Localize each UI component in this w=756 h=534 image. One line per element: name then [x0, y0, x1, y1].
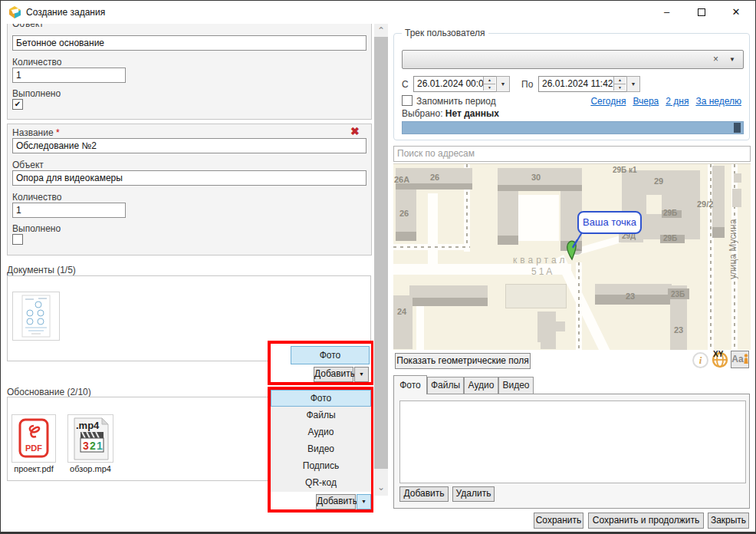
svg-text:3: 3 [83, 440, 89, 452]
add-justification-button[interactable]: Добавить [316, 494, 356, 509]
file-name-mp4: обзор.mp4 [65, 464, 116, 473]
map-building [541, 342, 556, 349]
spin-down-icon[interactable]: ▼ [483, 84, 495, 91]
tab-video[interactable]: Видео [498, 377, 534, 394]
quantity-input-2[interactable]: 1 [12, 203, 126, 218]
add-justification-dropdown[interactable]: ▼ [357, 494, 371, 509]
chevron-down-icon: ▼ [359, 371, 364, 377]
map-courtyard [646, 195, 662, 214]
spin-up-icon[interactable]: ▲ [613, 77, 626, 84]
user-track-group: Трек пользователя × ▼ С 26.01.2024 00:00… [393, 33, 750, 140]
date-from-label: С [402, 79, 409, 90]
menu-item-video[interactable]: Видео [271, 440, 371, 457]
xy-globe-button[interactable]: XY [711, 350, 729, 368]
map-label-kvartal: квартал [513, 255, 568, 265]
track-slider[interactable] [402, 121, 744, 134]
object-label-2: Объект [12, 160, 44, 170]
map-street-label: улица Мусина [728, 206, 738, 279]
date-from-dropdown[interactable]: ▼ [496, 76, 510, 92]
chevron-down-icon: ▼ [361, 499, 366, 504]
scroll-thumb[interactable] [374, 37, 388, 469]
track-slider-handle[interactable] [734, 123, 741, 133]
map-building [409, 298, 488, 306]
map-building [393, 295, 413, 349]
add-documents-dropdown[interactable]: ▼ [354, 367, 369, 382]
maximize-icon [698, 8, 705, 16]
file-tile-pdf[interactable]: PDF [12, 414, 56, 463]
highlight-rectangle-1: Фото Добавить ▼ [268, 341, 373, 385]
minimize-icon: – [664, 6, 669, 18]
scroll-up-button[interactable]: ⌃ [374, 25, 388, 36]
panel-scrollbar[interactable]: ⌃ ⌄ [374, 24, 388, 496]
map-building [712, 227, 725, 238]
menu-item-audio[interactable]: Аудио [271, 424, 371, 440]
link-today[interactable]: Сегодня [590, 96, 626, 107]
justification-label: Обоснование (2/10) [7, 387, 91, 397]
minimize-button[interactable]: – [649, 1, 684, 24]
task-name-input[interactable]: Обследование №2 [12, 138, 366, 153]
info-icon[interactable]: i [692, 352, 708, 368]
map-tram-road [576, 262, 582, 350]
address-search-input[interactable]: Поиск по адресам [393, 146, 751, 162]
map-road [516, 195, 559, 241]
tab-audio[interactable]: Аудио [464, 377, 498, 394]
map-building [505, 284, 567, 308]
menu-item-signature[interactable]: Подпись [271, 457, 371, 474]
save-continue-button[interactable]: Сохранить и продолжить [588, 513, 704, 529]
file-tile-mp4[interactable]: .mp4 3 2 1 [67, 414, 113, 463]
date-to-dropdown[interactable]: ▼ [626, 76, 640, 92]
map-building [537, 312, 556, 342]
user-combobox[interactable]: × ▼ [402, 50, 744, 69]
done-checkbox-checked[interactable]: ✔ [12, 99, 23, 110]
documents-label: Документы (1/5) [7, 265, 76, 275]
callout-tail [570, 232, 588, 249]
scroll-down-button[interactable]: ⌄ [374, 482, 388, 493]
quantity-input[interactable]: 1 [12, 68, 126, 83]
close-dialog-button[interactable]: Закрыть [708, 513, 749, 529]
link-week[interactable]: За неделю [695, 96, 741, 107]
app-icon [8, 6, 21, 18]
quantity-label-2: Количество [12, 192, 61, 203]
maximize-button[interactable] [684, 1, 718, 24]
delete-task-button[interactable]: ✖ [350, 125, 360, 137]
menu-item-qrcode[interactable]: QR-код [271, 474, 371, 491]
map[interactable]: 26А 26 26 30 29Б к1 29 29/2 29Б 29Д 29Б … [393, 163, 751, 350]
menu-item-files[interactable]: Файлы [271, 407, 371, 424]
person-icon [744, 354, 748, 364]
object-input[interactable]: Бетонное основание [12, 35, 366, 51]
tab-files[interactable]: Файлы [427, 377, 464, 394]
spin-down-icon[interactable]: ▼ [613, 84, 626, 91]
date-to-spinner[interactable]: ▲ ▼ [613, 77, 626, 91]
geometry-fields-button[interactable]: Показать геометрические поля [395, 353, 531, 369]
add-documents-button[interactable]: Добавить [314, 367, 353, 382]
link-2days[interactable]: 2 дня [666, 96, 689, 107]
check-icon: ✔ [15, 100, 21, 108]
object-group-1: Объект Бетонное основание Количество 1 В… [7, 24, 372, 120]
combo-dropdown-icon[interactable]: ▼ [729, 56, 735, 63]
delete-attachment-button[interactable]: Удалить [452, 486, 495, 502]
spin-up-icon[interactable]: ▲ [483, 77, 495, 84]
object-input-2[interactable]: Опора для видеокамеры [12, 170, 366, 186]
required-asterisk: * [56, 127, 60, 138]
close-button[interactable]: ✕ [718, 1, 754, 24]
link-yesterday[interactable]: Вчера [633, 96, 659, 107]
attachments-list[interactable] [399, 400, 746, 483]
aa-contrast-button[interactable]: Aa [731, 351, 749, 368]
remember-period-checkbox[interactable] [402, 95, 413, 106]
menu-item-photo[interactable]: Фото [271, 390, 371, 407]
date-from-spinner[interactable]: ▲ ▼ [483, 77, 495, 91]
add-attachment-button[interactable]: Добавить [399, 486, 449, 502]
document-preview-image [13, 292, 59, 340]
document-thumbnail[interactable] [12, 292, 60, 341]
save-button[interactable]: Сохранить [534, 513, 583, 529]
your-point-callout: Ваша точка [577, 211, 642, 234]
map-building [715, 193, 725, 224]
photo-quick-button[interactable]: Фото [291, 346, 370, 364]
chevron-down-icon: ⌄ [377, 482, 385, 493]
map-road [428, 193, 438, 265]
tab-photo[interactable]: Фото [393, 375, 427, 394]
map-label: 24 [397, 307, 406, 316]
done-checkbox-unchecked[interactable] [12, 234, 23, 245]
map-label-51a: 51А [531, 266, 554, 277]
combo-clear-icon[interactable]: × [713, 54, 718, 64]
